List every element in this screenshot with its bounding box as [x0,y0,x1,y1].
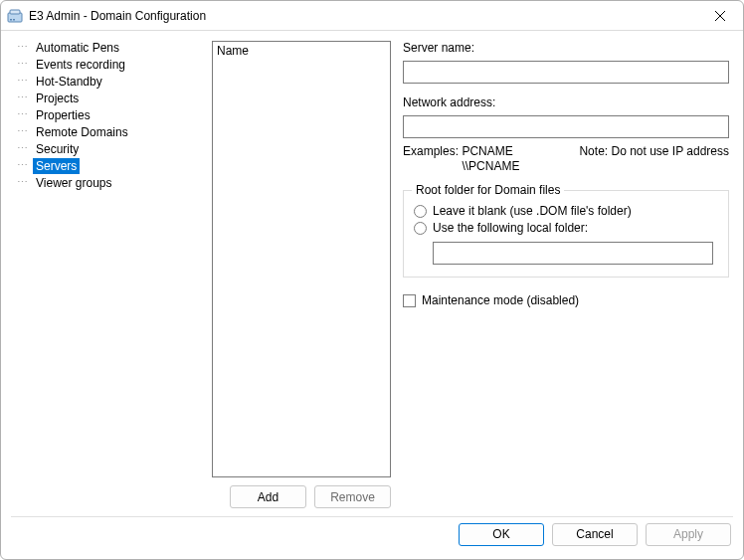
tree-dots-icon: ⋯ [17,41,31,54]
network-address-label: Network address: [403,95,729,109]
tree-dots-icon: ⋯ [17,159,31,172]
tree-item-label: Events recording [33,57,128,73]
tree-item-hot-standby[interactable]: ⋯Hot-Standby [9,73,208,90]
app-icon [7,8,23,24]
ok-button[interactable]: OK [459,523,544,546]
examples-note-row: Examples: PCNAME Examples: \\PCNAME Note… [403,144,729,174]
close-button[interactable] [705,5,735,27]
tree-dots-icon: ⋯ [17,125,31,138]
radio-use-local[interactable]: Use the following local folder: [414,221,718,235]
tree-item-security[interactable]: ⋯Security [9,140,208,157]
tree-dots-icon: ⋯ [17,108,31,121]
tree-item-label: Remote Domains [33,124,131,140]
title-bar: E3 Admin - Domain Configuration [1,1,743,31]
tree-item-servers[interactable]: ⋯Servers [9,157,208,174]
svg-rect-1 [10,10,20,14]
tree-item-events-recording[interactable]: ⋯Events recording [9,56,208,73]
radio-icon [414,222,427,235]
network-address-input[interactable] [403,115,729,138]
radio-use-local-label: Use the following local folder: [433,221,588,235]
maintenance-mode-checkbox[interactable]: Maintenance mode (disabled) [403,293,729,307]
list-buttons: Add Remove [212,485,391,508]
examples-label: Examples: [403,144,459,158]
tree-item-label: Automatic Pens [33,40,122,56]
cancel-button[interactable]: Cancel [552,523,638,546]
root-folder-legend: Root folder for Domain files [412,183,564,197]
dialog-button-bar: OK Cancel Apply [1,517,743,559]
content-area: ⋯Automatic Pens⋯Events recording⋯Hot-Sta… [1,31,743,516]
radio-icon [414,205,427,218]
tree-item-viewer-groups[interactable]: ⋯Viewer groups [9,174,208,191]
example-2: \\PCNAME [462,159,519,173]
tree-item-label: Properties [33,107,93,123]
server-form: Server name: Network address: Examples: … [403,37,735,516]
tree-dots-icon: ⋯ [17,58,31,71]
servers-listbox[interactable]: Name [212,41,391,477]
tree-item-label: Projects [33,91,82,106]
tree-item-automatic-pens[interactable]: ⋯Automatic Pens [9,39,208,56]
tree-dots-icon: ⋯ [17,92,31,104]
checkbox-icon [403,294,416,307]
tree-item-properties[interactable]: ⋯Properties [9,106,208,123]
list-column-header: Name [217,44,249,58]
tree-dots-icon: ⋯ [17,176,31,189]
note-text: Note: Do not use IP address [579,144,729,174]
local-folder-input[interactable] [433,242,713,265]
maintenance-mode-label: Maintenance mode (disabled) [422,293,579,307]
svg-rect-3 [13,19,15,21]
tree-item-remote-domains[interactable]: ⋯Remote Domains [9,123,208,140]
apply-button[interactable]: Apply [646,523,731,546]
nav-tree: ⋯Automatic Pens⋯Events recording⋯Hot-Sta… [9,37,208,516]
window-title: E3 Admin - Domain Configuration [29,9,705,23]
close-icon [715,11,725,21]
examples-text: Examples: PCNAME Examples: \\PCNAME [403,144,519,174]
tree-item-label: Security [33,141,82,157]
add-button[interactable]: Add [230,485,306,508]
radio-leave-blank-label: Leave it blank (use .DOM file's folder) [433,204,632,218]
tree-item-label: Hot-Standby [33,74,105,90]
tree-item-label: Servers [33,158,80,174]
tree-item-label: Viewer groups [33,175,115,191]
tree-dots-icon: ⋯ [17,142,31,155]
example-1: PCNAME [462,144,512,158]
root-folder-group: Root folder for Domain files Leave it bl… [403,190,729,278]
server-name-input[interactable] [403,61,729,84]
tree-dots-icon: ⋯ [17,75,31,88]
radio-leave-blank[interactable]: Leave it blank (use .DOM file's folder) [414,204,718,218]
tree-item-projects[interactable]: ⋯Projects [9,90,208,106]
remove-button[interactable]: Remove [314,485,391,508]
servers-list-panel: Name Add Remove [212,41,391,516]
svg-rect-2 [10,19,12,21]
server-name-label: Server name: [403,41,729,55]
